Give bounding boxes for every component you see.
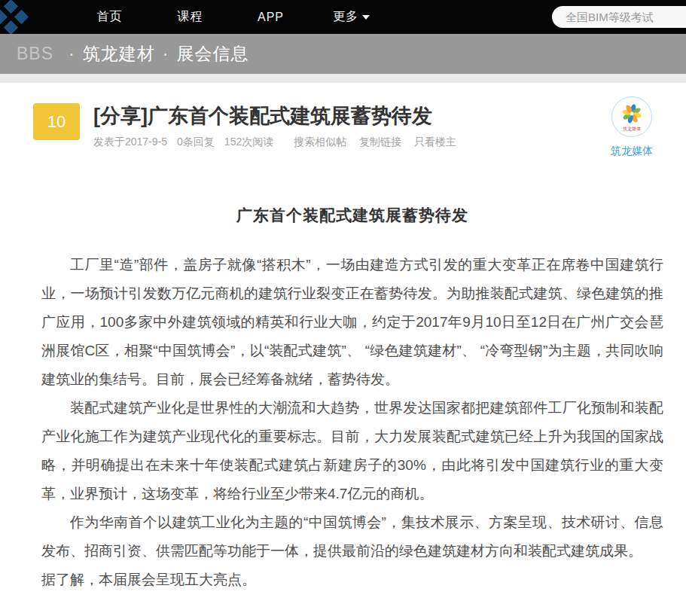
top-nav-bar: 首页 课程 APP 更多 bbox=[0, 0, 686, 34]
nav-item-more[interactable]: 更多 bbox=[311, 9, 392, 25]
zhulong-logo-icon[interactable] bbox=[0, 0, 35, 34]
article-text: 工厂里“造”部件，盖房子就像“搭积木”，一场由建造方式引发的重大变革正在席卷中国… bbox=[41, 251, 663, 594]
search-input[interactable] bbox=[552, 6, 686, 28]
paragraph: 工厂里“造”部件，盖房子就像“搭积木”，一场由建造方式引发的重大变革正在席卷中国… bbox=[41, 251, 663, 394]
avatar-caption: 筑龙媒体 bbox=[623, 127, 641, 131]
paragraph: 作为华南首个以建筑工业化为主题的“中国筑博会”，集技术展示、方案呈现、技术研讨、… bbox=[41, 508, 663, 566]
post-page: 10 [分享]广东首个装配式建筑展蓄势待发 发表于2017-9-5 0条回复 1… bbox=[0, 83, 686, 616]
post-body: 广东首个装配式建筑展蓄势待发 工厂里“造”部件，盖房子就像“搭积木”，一场由建造… bbox=[0, 205, 686, 616]
breadcrumb-separator: · bbox=[163, 44, 169, 64]
copy-link-button[interactable]: 复制链接 bbox=[359, 136, 401, 148]
breadcrumb-forum[interactable]: 筑龙建材 bbox=[83, 42, 155, 66]
nav-item-app[interactable]: APP bbox=[230, 11, 311, 24]
divider-strip bbox=[0, 74, 686, 83]
nav-item-home[interactable]: 首页 bbox=[69, 9, 150, 25]
paragraph: 据了解，本届展会呈现五大亮点。 bbox=[41, 566, 663, 594]
post-count-badge: 10 bbox=[33, 103, 80, 140]
breadcrumb-separator: · bbox=[69, 44, 75, 64]
author-only-button[interactable]: 只看楼主 bbox=[414, 136, 456, 148]
chevron-down-icon bbox=[362, 15, 370, 20]
breadcrumb: BBS · 筑龙建材 · 展会信息 bbox=[0, 34, 686, 74]
article-heading: 广东首个装配式建筑展蓄势待发 bbox=[41, 205, 663, 226]
main-menu: 首页 课程 APP 更多 bbox=[69, 9, 392, 25]
reply-count: 0条回复 bbox=[177, 136, 215, 149]
breadcrumb-site: BBS bbox=[17, 44, 53, 64]
nav-item-courses[interactable]: 课程 bbox=[150, 9, 230, 25]
post-header: 10 [分享]广东首个装配式建筑展蓄势待发 发表于2017-9-5 0条回复 1… bbox=[0, 83, 686, 166]
author-box: 筑龙媒体 筑龙媒体 bbox=[605, 96, 659, 158]
post-date: 发表于2017-9-5 bbox=[93, 136, 167, 149]
search-similar-link[interactable]: 搜索相似帖 bbox=[294, 136, 346, 148]
author-name-link[interactable]: 筑龙媒体 bbox=[605, 145, 659, 158]
breadcrumb-section[interactable]: 展会信息 bbox=[176, 42, 248, 66]
pinwheel-logo-icon bbox=[619, 103, 645, 126]
paragraph: 装配式建筑产业化是世界性的大潮流和大趋势，世界发达国家都把建筑部件工厂化预制和装… bbox=[41, 394, 663, 508]
author-avatar[interactable]: 筑龙媒体 bbox=[611, 96, 652, 137]
post-title: [分享]广东首个装配式建筑展蓄势待发 bbox=[93, 103, 573, 129]
post-meta: 发表于2017-9-5 0条回复 152次阅读 搜索相似帖 复制链接 只看楼主 bbox=[93, 136, 573, 149]
view-count: 152次阅读 bbox=[224, 136, 273, 149]
post-actions: 搜索相似帖 复制链接 只看楼主 bbox=[294, 136, 466, 149]
